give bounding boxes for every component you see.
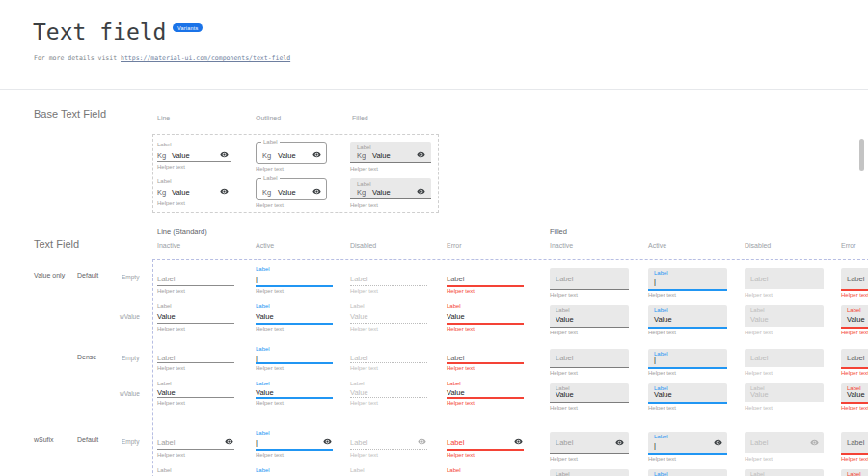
line-field-active-empty[interactable]: Label|Helper text	[256, 430, 333, 459]
field-underline	[350, 449, 427, 450]
line-field-inactive-value[interactable]: LabelValueHelper text	[157, 304, 234, 332]
line-field-active-value[interactable]: LabelValueHelper text	[256, 304, 333, 332]
field-label: Label	[750, 275, 768, 283]
visibility-icon[interactable]	[615, 438, 624, 447]
visibility-icon[interactable]	[417, 150, 425, 159]
field-value: Value	[447, 388, 465, 397]
visibility-icon[interactable]	[810, 438, 819, 447]
filled-field-active-empty[interactable]: Label|Helper text	[648, 266, 727, 299]
filled-field-disabled-empty[interactable]: LabelHelper text	[745, 430, 824, 463]
line-field-active-value[interactable]: LabelValueHelper text	[256, 467, 333, 476]
visibility-icon[interactable]	[514, 437, 523, 446]
filled-field-inactive-value[interactable]: LabelValueHelper text	[550, 467, 629, 476]
vertical-scrollbar[interactable]	[859, 139, 864, 171]
filled-field-error-empty[interactable]: LabelHelper text	[841, 266, 868, 299]
line-field-error-value[interactable]: LabelValueHelper text	[447, 304, 524, 332]
filled-field-active-value[interactable]: LabelValueHelper text	[648, 381, 727, 413]
line-field-inactive-empty[interactable]: LabelHelper text	[157, 346, 234, 375]
state-header-active: Active	[648, 242, 666, 249]
filled-field-inactive-empty[interactable]: LabelHelper text	[550, 430, 629, 463]
visibility-icon[interactable]	[312, 150, 321, 159]
helper-text: Helper text	[550, 456, 578, 463]
visibility-icon[interactable]	[418, 437, 426, 446]
line-field-disabled-value[interactable]: LabelValueHelper text	[350, 304, 427, 332]
filled-field-error-empty[interactable]: LabelHelper text	[841, 346, 868, 379]
filled-box: Label	[841, 349, 868, 369]
filled-box: Label	[841, 268, 868, 291]
field-label: Label	[447, 438, 464, 447]
filled-field-error-value[interactable]: LabelValueHelper text	[841, 467, 868, 476]
field-label: Label	[750, 307, 765, 314]
field-label: Label	[350, 438, 367, 447]
helper-text: Helper text	[157, 365, 185, 372]
filled-field-disabled-value[interactable]: LabelValueHelper text	[745, 467, 824, 476]
base-outlined-field[interactable]: LabelKgValueHelper text	[256, 141, 327, 172]
visibility-icon[interactable]	[312, 187, 321, 196]
helper-text: Helper text	[648, 330, 676, 336]
field-value: Value	[350, 388, 368, 397]
visibility-icon[interactable]	[225, 437, 233, 446]
line-field-error-empty[interactable]: LabelHelper text	[447, 430, 524, 459]
filled-box: LabelKgValue	[350, 178, 431, 199]
line-field-inactive-value[interactable]: LabelValueHelper text	[157, 381, 234, 410]
line-field-inactive-value[interactable]: LabelValueHelper text	[157, 467, 234, 476]
helper-text: Helper text	[157, 288, 185, 295]
line-field-active-value[interactable]: LabelValueHelper text	[256, 381, 333, 410]
base-filled-field[interactable]: LabelKgValueHelper text	[350, 177, 431, 208]
field-underline	[157, 285, 234, 286]
filled-field-inactive-value[interactable]: LabelValueHelper text	[550, 304, 629, 336]
line-field-disabled-value[interactable]: LabelValueHelper text	[350, 467, 427, 476]
line-field-disabled-empty[interactable]: LabelHelper text	[350, 266, 427, 295]
filled-field-inactive-empty[interactable]: LabelHelper text	[550, 346, 629, 379]
filled-box: Label	[745, 432, 824, 453]
visibility-icon[interactable]	[220, 187, 229, 196]
line-field-active-empty[interactable]: Label|Helper text	[256, 346, 333, 375]
filled-field-active-value[interactable]: LabelValueHelper text	[648, 467, 727, 476]
field-label: Label	[447, 354, 464, 362]
filled-field-active-value[interactable]: LabelValueHelper text	[648, 304, 727, 336]
line-field-error-value[interactable]: LabelValueHelper text	[447, 381, 524, 410]
filled-field-error-value[interactable]: LabelValueHelper text	[841, 304, 868, 336]
filled-field-error-value[interactable]: LabelValueHelper text	[841, 381, 868, 413]
filled-field-error-empty[interactable]: LabelHelper text	[841, 430, 868, 463]
filled-field-active-empty[interactable]: Label|Helper text	[648, 430, 727, 463]
visibility-icon[interactable]	[417, 187, 425, 196]
line-field-active-empty[interactable]: Label|Helper text	[256, 266, 333, 295]
filled-field-inactive-empty[interactable]: LabelHelper text	[550, 266, 629, 299]
helper-text: Helper text	[447, 452, 475, 459]
filled-field-disabled-value[interactable]: LabelValueHelper text	[745, 304, 824, 336]
state-header-error: Error	[447, 242, 462, 249]
line-field-error-empty[interactable]: LabelHelper text	[447, 346, 524, 375]
filled-field-disabled-empty[interactable]: LabelHelper text	[745, 346, 824, 379]
line-field-inactive-empty[interactable]: LabelHelper text	[157, 266, 234, 295]
visibility-icon[interactable]	[714, 438, 722, 447]
filled-field-inactive-value[interactable]: LabelValueHelper text	[550, 381, 629, 413]
line-field-disabled-empty[interactable]: LabelHelper text	[350, 430, 427, 459]
state-header-active: Active	[256, 242, 274, 249]
helper-text: Helper text	[745, 456, 773, 463]
filled-box: Label	[745, 268, 824, 289]
field-value: Value	[847, 315, 865, 324]
line-field-disabled-value[interactable]: LabelValueHelper text	[350, 381, 427, 410]
field-value: Value	[256, 312, 274, 321]
base-outlined-field[interactable]: LabelKgValueHelper text	[256, 177, 327, 208]
text-cursor: |	[654, 441, 656, 450]
line-field-error-empty[interactable]: LabelHelper text	[447, 266, 524, 295]
base-filled-field[interactable]: LabelKgValueHelper text	[350, 141, 431, 172]
visibility-icon[interactable]	[323, 437, 332, 446]
helper-text: Helper text	[256, 288, 284, 295]
line-field-inactive-empty[interactable]: LabelHelper text	[157, 430, 234, 459]
filled-field-disabled-value[interactable]: LabelValueHelper text	[745, 381, 824, 413]
filled-field-disabled-empty[interactable]: LabelHelper text	[745, 266, 824, 299]
line-field-error-value[interactable]: LabelValueHelper text	[447, 467, 524, 476]
material-ui-link[interactable]: https://material-ui.com/components/text-…	[121, 54, 290, 62]
base-line-field[interactable]: LabelKgValueHelper text	[157, 141, 231, 172]
field-value: Value	[750, 390, 769, 399]
base-line-field[interactable]: LabelKgValueHelper text	[157, 177, 231, 208]
filled-field-active-empty[interactable]: Label|Helper text	[648, 346, 727, 379]
visibility-icon[interactable]	[220, 150, 229, 159]
state-header-error: Error	[841, 242, 856, 249]
subtitle-text: For more details visit	[34, 54, 121, 62]
line-field-disabled-empty[interactable]: LabelHelper text	[350, 346, 427, 375]
row-label-empty: Empty	[122, 274, 139, 280]
